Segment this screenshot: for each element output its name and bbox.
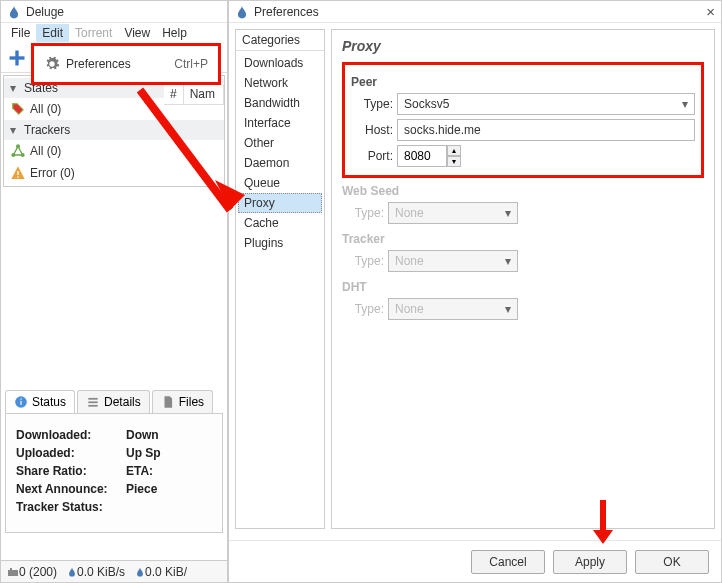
col-name[interactable]: Nam: [184, 85, 224, 104]
tab-status[interactable]: Status: [5, 390, 75, 413]
category-interface[interactable]: Interface: [238, 113, 322, 133]
categories-panel: Categories DownloadsNetworkBandwidthInte…: [235, 29, 325, 529]
webseed-type-select[interactable]: None ▾: [388, 202, 518, 224]
section-tracker: Tracker: [342, 232, 704, 246]
down-text: 0.0 KiB/s: [77, 565, 125, 579]
gear-icon: [44, 56, 60, 72]
network-icon: [10, 143, 26, 159]
peer-host-value: socks.hide.me: [404, 123, 481, 137]
category-queue[interactable]: Queue: [238, 173, 322, 193]
ok-button[interactable]: OK: [635, 550, 709, 574]
download-speed[interactable]: 0.0 KiB/s: [67, 565, 125, 579]
svg-rect-1: [10, 56, 25, 59]
downloaded-label: Downloaded:: [16, 428, 126, 442]
tab-details-label: Details: [104, 395, 141, 409]
peer-highlight: Peer Type: Socksv5 ▾ Host: socks.hide.me…: [342, 62, 704, 178]
share-val: ETA:: [126, 464, 153, 478]
preferences-dialog: Preferences × Categories DownloadsNetwor…: [228, 0, 722, 583]
tracker-label: Tracker Status:: [16, 500, 126, 514]
menu-edit[interactable]: Edit: [36, 24, 69, 42]
svg-rect-13: [8, 570, 18, 576]
menu-item-preferences[interactable]: Preferences Ctrl+P: [38, 52, 214, 76]
dht-type-select[interactable]: None ▾: [388, 298, 518, 320]
trackers-all-label: All (0): [30, 144, 61, 158]
col-num[interactable]: #: [164, 85, 184, 104]
menu-item-label: Preferences: [66, 57, 174, 71]
spinner-up[interactable]: ▴: [447, 145, 461, 156]
peer-type-value: Socksv5: [404, 97, 449, 111]
filter-trackers-all[interactable]: All (0): [4, 140, 224, 162]
svg-rect-10: [88, 398, 97, 400]
detail-tabs: Status Details Files: [1, 387, 227, 413]
prefs-content: Proxy Peer Type: Socksv5 ▾ Host: socks.h…: [331, 29, 715, 529]
filter-all-label: All (0): [30, 102, 61, 116]
category-bandwidth[interactable]: Bandwidth: [238, 93, 322, 113]
svg-rect-8: [20, 401, 21, 405]
webseed-type-value: None: [395, 206, 424, 220]
peer-port-value[interactable]: 8080: [397, 145, 447, 167]
chevron-down-icon: ▾: [505, 206, 511, 220]
filter-error[interactable]: Error (0): [4, 162, 224, 184]
group-trackers[interactable]: ▾ Trackers: [4, 120, 224, 140]
list-header: # Nam: [164, 85, 224, 105]
tab-details[interactable]: Details: [77, 390, 150, 413]
collapse-icon: ▾: [10, 81, 24, 95]
type-label: Type:: [342, 302, 384, 316]
downloaded-val: Down: [126, 428, 159, 442]
prefs-title: Preferences: [254, 5, 319, 19]
menu-file[interactable]: File: [5, 24, 36, 42]
tab-status-label: Status: [32, 395, 66, 409]
tracker-type-select[interactable]: None ▾: [388, 250, 518, 272]
up-icon: [135, 566, 145, 578]
category-plugins[interactable]: Plugins: [238, 233, 322, 253]
connections[interactable]: 0 (200): [7, 565, 57, 579]
spinner-down[interactable]: ▾: [447, 156, 461, 167]
category-daemon[interactable]: Daemon: [238, 153, 322, 173]
app-title: Deluge: [26, 5, 64, 19]
tab-files-label: Files: [179, 395, 204, 409]
category-cache[interactable]: Cache: [238, 213, 322, 233]
warning-icon: [10, 165, 26, 181]
main-window: Deluge File Edit Torrent View Help Prefe…: [0, 0, 228, 583]
error-label: Error (0): [30, 166, 75, 180]
upload-speed[interactable]: 0.0 KiB/: [135, 565, 187, 579]
info-icon: [14, 395, 28, 409]
category-proxy[interactable]: Proxy: [238, 193, 322, 213]
peer-type-select[interactable]: Socksv5 ▾: [397, 93, 695, 115]
host-label: Host:: [351, 123, 393, 137]
status-panel: Downloaded:Down Uploaded:Up Sp Share Rat…: [5, 413, 223, 533]
deluge-icon: [7, 5, 21, 19]
category-network[interactable]: Network: [238, 73, 322, 93]
tracker-type-value: None: [395, 254, 424, 268]
prefs-titlebar: Preferences ×: [229, 1, 721, 23]
menu-help[interactable]: Help: [156, 24, 193, 42]
svg-rect-11: [88, 401, 97, 403]
edit-menu-dropdown: Preferences Ctrl+P: [31, 43, 221, 85]
categories-header: Categories: [236, 30, 324, 51]
add-icon[interactable]: [7, 48, 27, 68]
uploaded-label: Uploaded:: [16, 446, 126, 460]
announce-label: Next Announce:: [16, 482, 126, 496]
section-dht: DHT: [342, 280, 704, 294]
cancel-button[interactable]: Cancel: [471, 550, 545, 574]
file-icon: [161, 395, 175, 409]
category-other[interactable]: Other: [238, 133, 322, 153]
menu-torrent[interactable]: Torrent: [69, 24, 118, 42]
close-icon[interactable]: ×: [706, 3, 715, 20]
statusbar: 0 (200) 0.0 KiB/s 0.0 KiB/: [1, 560, 227, 582]
apply-button[interactable]: Apply: [553, 550, 627, 574]
category-downloads[interactable]: Downloads: [238, 53, 322, 73]
svg-rect-14: [10, 568, 12, 570]
tab-files[interactable]: Files: [152, 390, 213, 413]
svg-rect-5: [17, 171, 18, 175]
peer-port-spinner[interactable]: 8080 ▴ ▾: [397, 145, 461, 167]
peer-host-input[interactable]: socks.hide.me: [397, 119, 695, 141]
menu-view[interactable]: View: [118, 24, 156, 42]
categories-list: DownloadsNetworkBandwidthInterfaceOtherD…: [236, 51, 324, 255]
tag-icon: [10, 101, 26, 117]
down-icon: [67, 566, 77, 578]
type-label: Type:: [342, 206, 384, 220]
menubar: File Edit Torrent View Help: [1, 23, 227, 43]
announce-val: Piece: [126, 482, 157, 496]
chevron-down-icon: ▾: [505, 254, 511, 268]
